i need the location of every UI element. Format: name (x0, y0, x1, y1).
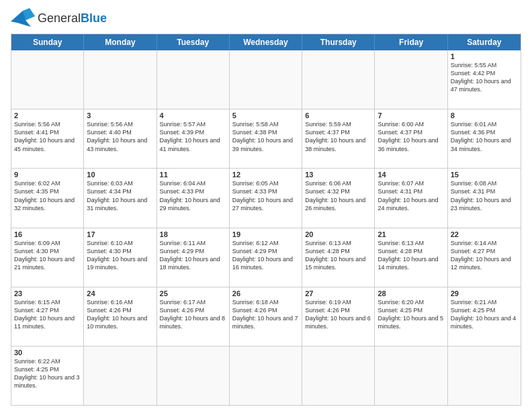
day-number: 9 (14, 171, 81, 179)
weekday-header: Thursday (302, 34, 375, 50)
day-number: 14 (378, 171, 444, 179)
cell-info: Sunrise: 6:12 AM Sunset: 4:29 PM Dayligh… (232, 239, 299, 272)
cell-info: Sunrise: 6:08 AM Sunset: 4:31 PM Dayligh… (451, 179, 518, 212)
calendar-row: 23Sunrise: 6:15 AM Sunset: 4:27 PM Dayli… (11, 287, 521, 346)
day-number: 16 (14, 230, 81, 238)
calendar-cell (375, 347, 447, 405)
calendar-cell: 26Sunrise: 6:18 AM Sunset: 4:26 PM Dayli… (230, 287, 302, 346)
day-number: 19 (232, 230, 299, 238)
cell-info: Sunrise: 5:59 AM Sunset: 4:37 PM Dayligh… (305, 120, 371, 153)
calendar-cell: 15Sunrise: 6:08 AM Sunset: 4:31 PM Dayli… (448, 169, 521, 227)
cell-info: Sunrise: 6:17 AM Sunset: 4:26 PM Dayligh… (160, 298, 226, 331)
calendar-cell: 10Sunrise: 6:03 AM Sunset: 4:34 PM Dayli… (84, 169, 157, 227)
page: GeneralBlue SundayMondayTuesdayWednesday… (0, 0, 532, 411)
calendar-cell (84, 50, 157, 109)
day-number: 26 (232, 289, 299, 298)
calendar-cell: 13Sunrise: 6:06 AM Sunset: 4:32 PM Dayli… (302, 169, 375, 227)
calendar-cell (302, 347, 375, 405)
cell-info: Sunrise: 6:09 AM Sunset: 4:30 PM Dayligh… (14, 239, 81, 272)
cell-info: Sunrise: 6:07 AM Sunset: 4:31 PM Dayligh… (378, 179, 444, 212)
calendar-cell: 19Sunrise: 6:12 AM Sunset: 4:29 PM Dayli… (230, 228, 302, 287)
cell-info: Sunrise: 5:56 AM Sunset: 4:40 PM Dayligh… (87, 120, 153, 153)
logo: GeneralBlue (11, 8, 107, 28)
calendar-cell: 22Sunrise: 6:14 AM Sunset: 4:27 PM Dayli… (448, 228, 521, 287)
cell-info: Sunrise: 6:13 AM Sunset: 4:28 PM Dayligh… (305, 239, 371, 272)
cell-info: Sunrise: 6:04 AM Sunset: 4:33 PM Dayligh… (160, 179, 226, 212)
cell-info: Sunrise: 6:21 AM Sunset: 4:25 PM Dayligh… (451, 298, 518, 331)
calendar-cell: 6Sunrise: 5:59 AM Sunset: 4:37 PM Daylig… (302, 109, 375, 168)
calendar-cell: 16Sunrise: 6:09 AM Sunset: 4:30 PM Dayli… (11, 228, 84, 287)
day-number: 13 (305, 171, 371, 179)
day-number: 21 (378, 230, 444, 238)
calendar-cell: 23Sunrise: 6:15 AM Sunset: 4:27 PM Dayli… (11, 287, 84, 346)
cell-info: Sunrise: 6:10 AM Sunset: 4:30 PM Dayligh… (87, 239, 153, 272)
day-number: 29 (451, 289, 518, 298)
day-number: 15 (451, 171, 518, 179)
calendar-cell: 21Sunrise: 6:13 AM Sunset: 4:28 PM Dayli… (375, 228, 447, 287)
day-number: 1 (451, 52, 518, 60)
cell-info: Sunrise: 6:01 AM Sunset: 4:36 PM Dayligh… (451, 120, 518, 153)
cell-info: Sunrise: 5:55 AM Sunset: 4:42 PM Dayligh… (451, 61, 518, 94)
day-number: 17 (87, 230, 153, 238)
calendar-row: 2Sunrise: 5:56 AM Sunset: 4:41 PM Daylig… (11, 109, 521, 168)
day-number: 4 (160, 111, 226, 120)
day-number: 11 (160, 171, 226, 179)
cell-info: Sunrise: 6:18 AM Sunset: 4:26 PM Dayligh… (232, 298, 299, 331)
cell-info: Sunrise: 6:22 AM Sunset: 4:25 PM Dayligh… (14, 357, 81, 390)
cell-info: Sunrise: 6:03 AM Sunset: 4:34 PM Dayligh… (87, 179, 153, 212)
calendar-cell: 1Sunrise: 5:55 AM Sunset: 4:42 PM Daylig… (448, 50, 521, 109)
weekday-header: Monday (84, 34, 157, 50)
cell-info: Sunrise: 6:19 AM Sunset: 4:26 PM Dayligh… (305, 298, 371, 331)
calendar-cell: 14Sunrise: 6:07 AM Sunset: 4:31 PM Dayli… (375, 169, 447, 227)
cell-info: Sunrise: 6:13 AM Sunset: 4:28 PM Dayligh… (378, 239, 444, 272)
logo-text: GeneralBlue (38, 11, 107, 26)
day-number: 25 (160, 289, 226, 298)
calendar-row: 16Sunrise: 6:09 AM Sunset: 4:30 PM Dayli… (11, 228, 521, 287)
calendar-cell (230, 50, 302, 109)
calendar-cell: 25Sunrise: 6:17 AM Sunset: 4:26 PM Dayli… (157, 287, 230, 346)
calendar-header: SundayMondayTuesdayWednesdayThursdayFrid… (11, 34, 521, 50)
calendar-cell (157, 347, 230, 405)
calendar-cell: 5Sunrise: 5:58 AM Sunset: 4:38 PM Daylig… (230, 109, 302, 168)
calendar-cell: 8Sunrise: 6:01 AM Sunset: 4:36 PM Daylig… (448, 109, 521, 168)
cell-info: Sunrise: 5:56 AM Sunset: 4:41 PM Dayligh… (14, 120, 81, 153)
calendar-cell: 2Sunrise: 5:56 AM Sunset: 4:41 PM Daylig… (11, 109, 84, 168)
cell-info: Sunrise: 6:05 AM Sunset: 4:33 PM Dayligh… (232, 179, 299, 212)
day-number: 3 (87, 111, 153, 120)
logo-general: General (38, 11, 81, 25)
day-number: 5 (232, 111, 299, 120)
day-number: 10 (87, 171, 153, 179)
calendar-cell: 28Sunrise: 6:20 AM Sunset: 4:25 PM Dayli… (375, 287, 447, 346)
day-number: 28 (378, 289, 444, 298)
cell-info: Sunrise: 6:06 AM Sunset: 4:32 PM Dayligh… (305, 179, 371, 212)
calendar-body: 1Sunrise: 5:55 AM Sunset: 4:42 PM Daylig… (11, 50, 521, 405)
calendar-cell: 27Sunrise: 6:19 AM Sunset: 4:26 PM Dayli… (302, 287, 375, 346)
calendar-cell: 30Sunrise: 6:22 AM Sunset: 4:25 PM Dayli… (11, 347, 84, 405)
calendar-cell (302, 50, 375, 109)
calendar-cell: 18Sunrise: 6:11 AM Sunset: 4:29 PM Dayli… (157, 228, 230, 287)
day-number: 20 (305, 230, 371, 238)
calendar-cell: 20Sunrise: 6:13 AM Sunset: 4:28 PM Dayli… (302, 228, 375, 287)
weekday-header: Sunday (11, 34, 84, 50)
calendar-cell (448, 347, 521, 405)
day-number: 12 (232, 171, 299, 179)
header: GeneralBlue (11, 8, 521, 28)
cell-info: Sunrise: 6:15 AM Sunset: 4:27 PM Dayligh… (14, 298, 81, 331)
cell-info: Sunrise: 6:02 AM Sunset: 4:35 PM Dayligh… (14, 179, 81, 212)
weekday-header: Saturday (448, 34, 521, 50)
calendar-cell: 12Sunrise: 6:05 AM Sunset: 4:33 PM Dayli… (230, 169, 302, 227)
cell-info: Sunrise: 6:00 AM Sunset: 4:37 PM Dayligh… (378, 120, 444, 153)
calendar-cell (11, 50, 84, 109)
calendar-cell: 29Sunrise: 6:21 AM Sunset: 4:25 PM Dayli… (448, 287, 521, 346)
day-number: 27 (305, 289, 371, 298)
calendar-cell: 3Sunrise: 5:56 AM Sunset: 4:40 PM Daylig… (84, 109, 157, 168)
calendar-row: 30Sunrise: 6:22 AM Sunset: 4:25 PM Dayli… (11, 346, 521, 405)
day-number: 24 (87, 289, 153, 298)
day-number: 2 (14, 111, 81, 120)
logo-icon (11, 8, 35, 28)
calendar-cell (157, 50, 230, 109)
calendar-row: 9Sunrise: 6:02 AM Sunset: 4:35 PM Daylig… (11, 168, 521, 227)
weekday-header: Tuesday (157, 34, 230, 50)
calendar-cell: 7Sunrise: 6:00 AM Sunset: 4:37 PM Daylig… (375, 109, 447, 168)
calendar-cell: 9Sunrise: 6:02 AM Sunset: 4:35 PM Daylig… (11, 169, 84, 227)
